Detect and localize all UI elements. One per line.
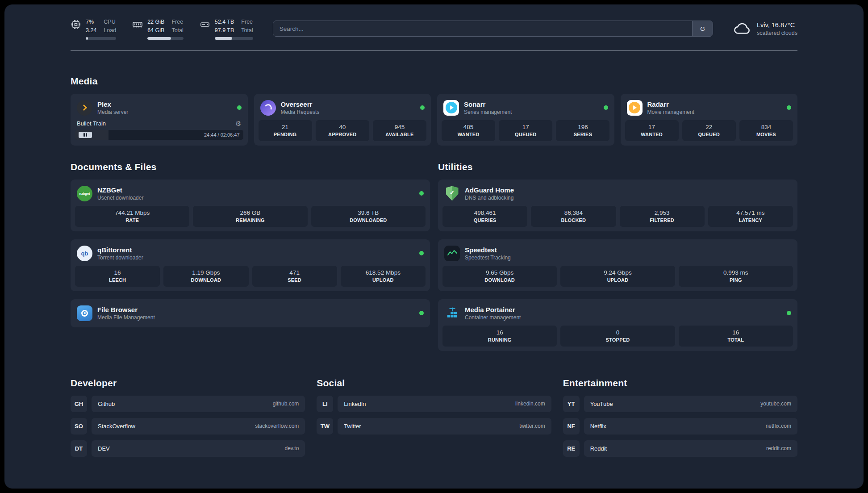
stat-value: 0 bbox=[562, 329, 673, 336]
status-dot bbox=[787, 105, 791, 110]
stat-tile: 2,953 FILTERED bbox=[620, 206, 705, 227]
overseerr-icon bbox=[260, 100, 276, 116]
bookmark-abbr: LI bbox=[317, 396, 333, 412]
service-card-nzbget[interactable]: nzbget NZBGet Usenet downloader 744.21 M… bbox=[71, 180, 430, 231]
disk-free-label: Free bbox=[241, 18, 253, 26]
service-name: Plex bbox=[97, 100, 128, 108]
stat-label: PENDING bbox=[260, 132, 310, 137]
section-title-social: Social bbox=[317, 378, 551, 389]
stat-label: QUERIES bbox=[444, 217, 526, 223]
memory-usage-bar bbox=[147, 37, 184, 40]
stat-label: QUEUED bbox=[501, 132, 551, 137]
service-name: Media Portainer bbox=[465, 306, 521, 313]
disk-total-label: Total bbox=[241, 26, 253, 35]
service-card-qbittorrent[interactable]: qb qBittorrent Torrent downloader 16 LEE… bbox=[71, 239, 430, 291]
service-name: Radarr bbox=[647, 100, 694, 108]
service-subtitle: Media File Management bbox=[97, 314, 155, 321]
adguard-icon: ✓ bbox=[444, 186, 460, 201]
bookmark-dev[interactable]: DT DEV dev.to bbox=[71, 440, 305, 457]
stat-value: 196 bbox=[558, 124, 608, 130]
service-subtitle: Usenet downloader bbox=[97, 195, 143, 201]
stat-tile: 16 TOTAL bbox=[679, 326, 793, 347]
stat-label: SEED bbox=[254, 277, 335, 283]
topbar-divider bbox=[71, 50, 797, 51]
service-card-overseerr[interactable]: Overseerr Media Requests 21 PENDING 40 A… bbox=[254, 94, 431, 146]
settings-gear-icon[interactable]: ⚙ bbox=[235, 120, 241, 127]
search-input[interactable] bbox=[273, 21, 692, 36]
bookmark-abbr: GH bbox=[71, 396, 87, 412]
bookmark-netflix[interactable]: NF Netflix netflix.com bbox=[563, 418, 797, 435]
stat-tile: 40 APPROVED bbox=[316, 120, 369, 141]
bookmark-linkedin[interactable]: LI LinkedIn linkedin.com bbox=[317, 396, 551, 412]
cpu-usage-bar bbox=[86, 37, 116, 40]
search-bar: G bbox=[273, 21, 713, 37]
weather-description: scattered clouds bbox=[757, 30, 797, 36]
service-subtitle: Series management bbox=[464, 109, 512, 115]
service-name: NZBGet bbox=[97, 186, 143, 194]
stat-tile: 9.65 Gbps DOWNLOAD bbox=[442, 266, 557, 287]
stat-value: 834 bbox=[741, 124, 791, 130]
stat-label: RUNNING bbox=[444, 337, 555, 343]
status-dot bbox=[237, 105, 242, 110]
bookmark-domain: linkedin.com bbox=[515, 401, 545, 407]
radarr-icon bbox=[627, 100, 643, 116]
stat-tile: 9.24 Gbps UPLOAD bbox=[560, 266, 675, 287]
search-provider-button[interactable]: G bbox=[692, 21, 713, 36]
disk-usage-bar bbox=[215, 37, 253, 40]
bookmark-domain: youtube.com bbox=[760, 401, 791, 407]
service-card-sonarr[interactable]: Sonarr Series management 485 WANTED 17 Q… bbox=[437, 94, 614, 146]
memory-free-value: 22 GiB bbox=[147, 18, 164, 26]
disk-icon bbox=[200, 19, 210, 30]
section-utilities: Utilities ✓ AdGuard Home DNS and adblock… bbox=[438, 162, 797, 351]
bookmark-abbr: SO bbox=[71, 418, 87, 435]
cpu-usage-value: 7% bbox=[86, 18, 96, 26]
cpu-label: CPU bbox=[104, 18, 116, 26]
bookmark-github[interactable]: GH Github github.com bbox=[71, 396, 305, 412]
service-subtitle: Torrent downloader bbox=[97, 255, 143, 261]
service-card-radarr[interactable]: Radarr Movie management 17 WANTED 22 QUE… bbox=[621, 94, 798, 146]
bookmark-name: Twitter bbox=[344, 423, 361, 430]
bookmark-name: LinkedIn bbox=[344, 401, 366, 407]
service-subtitle: Media Requests bbox=[281, 109, 320, 115]
stat-tile: 22 QUEUED bbox=[682, 120, 736, 141]
stat-tile: 1.19 Gbps DOWNLOAD bbox=[163, 266, 248, 287]
stat-value: 17 bbox=[627, 124, 677, 130]
service-card-portainer[interactable]: Media Portainer Container management 16 … bbox=[438, 299, 797, 351]
bookmark-domain: twitter.com bbox=[519, 423, 545, 429]
weather-widget: Lviv, 16.87°C scattered clouds bbox=[733, 21, 797, 36]
playback-progress-bar[interactable]: 24:44 / 02:06:47 bbox=[75, 130, 243, 140]
stat-label: WANTED bbox=[627, 132, 677, 137]
stat-tile: 498,461 QUERIES bbox=[442, 206, 527, 227]
bookmark-abbr: NF bbox=[563, 418, 580, 435]
bookmark-youtube[interactable]: YT YouTube youtube.com bbox=[563, 396, 797, 412]
service-card-adguard[interactable]: ✓ AdGuard Home DNS and adblocking 498,46… bbox=[438, 180, 797, 231]
bookmark-reddit[interactable]: RE Reddit reddit.com bbox=[563, 440, 797, 457]
service-name: Overseerr bbox=[281, 100, 320, 108]
status-dot bbox=[419, 251, 424, 255]
bookmark-abbr: RE bbox=[563, 440, 580, 457]
status-dot bbox=[419, 191, 424, 196]
service-card-plex[interactable]: Plex Media server Bullet Train ⚙ bbox=[71, 94, 248, 146]
stat-label: DOWNLOADED bbox=[313, 217, 424, 223]
service-card-filebrowser[interactable]: File Browser Media File Management bbox=[71, 299, 430, 327]
stat-value: 17 bbox=[501, 124, 551, 130]
section-title-entertainment: Entertainment bbox=[563, 378, 797, 389]
stat-label: UPLOAD bbox=[562, 277, 673, 283]
cloud-icon bbox=[733, 21, 751, 36]
stat-label: FILTERED bbox=[622, 217, 703, 223]
stat-tile: 0.993 ms PING bbox=[679, 266, 793, 287]
bookmark-name: Netflix bbox=[590, 423, 606, 430]
service-card-speedtest[interactable]: Speedtest Speedtest Tracking 9.65 Gbps D… bbox=[438, 239, 797, 291]
service-subtitle: Container management bbox=[465, 314, 521, 321]
stat-label: RATE bbox=[77, 217, 188, 223]
pause-button[interactable] bbox=[79, 132, 92, 138]
section-entertainment: Entertainment YT YouTube youtube.com NF … bbox=[563, 378, 797, 457]
memory-total-label: Total bbox=[171, 26, 183, 35]
bookmark-stackoverflow[interactable]: SO StackOverflow stackoverflow.com bbox=[71, 418, 305, 435]
bookmark-twitter[interactable]: TW Twitter twitter.com bbox=[317, 418, 551, 435]
stat-value: 22 bbox=[684, 124, 734, 130]
stat-label: WANTED bbox=[443, 132, 493, 137]
stat-label: TOTAL bbox=[680, 337, 791, 343]
topbar: 7% 3.24 CPU Load bbox=[71, 18, 797, 40]
stat-label: STOPPED bbox=[562, 337, 673, 343]
